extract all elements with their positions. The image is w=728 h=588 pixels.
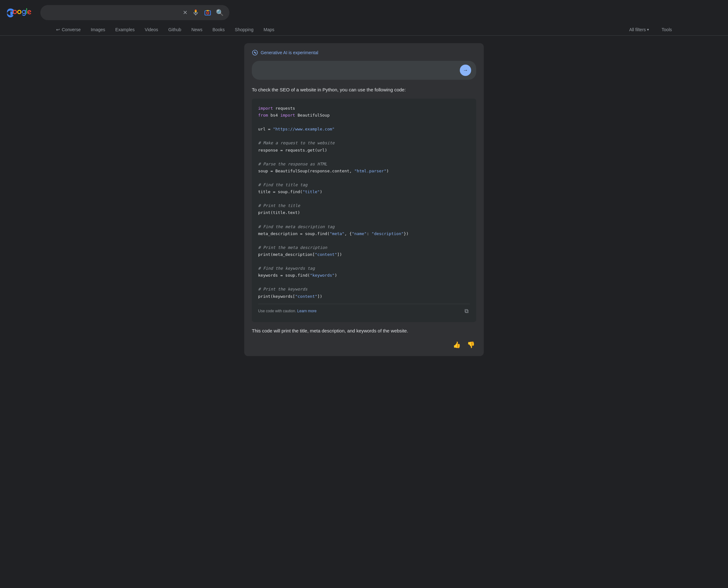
tab-videos[interactable]: Videos: [140, 24, 163, 35]
search-button[interactable]: 🔍: [215, 8, 224, 17]
mic-icon: [192, 9, 200, 16]
ai-send-button[interactable]: →: [460, 65, 471, 76]
ai-card-title: Generative AI is experimental: [261, 50, 318, 55]
send-icon: →: [463, 67, 468, 73]
code-line: soup = BeautifulSoup(response.content, "…: [258, 168, 470, 174]
search-icons: ✕: [182, 8, 224, 17]
code-line: keywords = soup.find("keywords"): [258, 272, 470, 279]
code-line: # Find the meta description tag: [258, 224, 470, 230]
code-line: [258, 279, 470, 286]
search-input[interactable]: python seo function: [45, 10, 180, 16]
tab-converse-label: Converse: [62, 27, 81, 32]
code-line: print(title.text): [258, 209, 470, 216]
all-filters-label: All filters: [629, 27, 646, 32]
tab-converse[interactable]: ↩ Converse: [52, 24, 85, 35]
copy-code-button[interactable]: ⧉: [463, 307, 470, 316]
code-line: meta_description = soup.find("meta", {"n…: [258, 230, 470, 237]
code-line: # Find the keywords tag: [258, 265, 470, 272]
code-line: # Print the title: [258, 202, 470, 209]
google-logo: [6, 8, 35, 17]
svg-rect-0: [205, 11, 210, 15]
code-line: from bs4 import BeautifulSoup: [258, 112, 470, 119]
thumbs-down-button[interactable]: 👎: [466, 340, 476, 350]
svg-point-1: [207, 12, 209, 14]
code-line: [258, 133, 470, 140]
tab-images[interactable]: Images: [86, 24, 110, 35]
code-line: response = requests.get(url): [258, 147, 470, 154]
tab-books-label: Books: [212, 27, 225, 32]
code-line: # Find the title tag: [258, 182, 470, 188]
main-content: Generative AI is experimental python seo…: [238, 36, 490, 371]
thumbs-down-icon: 👎: [467, 341, 475, 348]
code-caution-text: Use code with caution. Learn more: [258, 308, 316, 314]
code-line: [258, 195, 470, 202]
tab-examples[interactable]: Examples: [111, 24, 139, 35]
tab-images-label: Images: [91, 27, 105, 32]
tab-examples-label: Examples: [115, 27, 134, 32]
code-line: [258, 154, 470, 161]
ai-card-header: Generative AI is experimental: [252, 49, 476, 56]
ai-feedback: 👍 👎: [252, 340, 476, 350]
code-line: print(keywords["content"]): [258, 293, 470, 300]
voice-search-button[interactable]: [191, 8, 200, 17]
nav-tabs: ↩ Converse Images Examples Videos Github…: [0, 21, 728, 36]
code-line: [258, 258, 470, 265]
code-line: title = soup.find("title"): [258, 188, 470, 195]
code-line: # Make a request to the website: [258, 140, 470, 147]
code-line: # Parse the response as HTML: [258, 161, 470, 168]
tab-news-label: News: [191, 27, 202, 32]
svg-point-4: [254, 52, 255, 53]
code-line: # Print the meta description: [258, 244, 470, 251]
thumbs-up-button[interactable]: 👍: [452, 340, 462, 350]
tab-videos-label: Videos: [145, 27, 158, 32]
ai-icon: [252, 49, 258, 56]
copy-icon: ⧉: [464, 308, 469, 314]
tab-github-label: Github: [168, 27, 181, 32]
code-footer: Use code with caution. Learn more ⧉: [258, 304, 470, 316]
code-block: import requests from bs4 import Beautifu…: [252, 99, 476, 322]
code-line: [258, 119, 470, 126]
tab-news[interactable]: News: [187, 24, 207, 35]
search-bar[interactable]: python seo function ✕: [40, 5, 229, 20]
svg-rect-2: [206, 10, 209, 11]
chevron-down-icon: ▾: [647, 27, 649, 32]
tools-label: Tools: [662, 27, 672, 32]
tab-shopping-label: Shopping: [235, 27, 253, 32]
header: python seo function ✕: [0, 0, 728, 20]
tab-shopping[interactable]: Shopping: [230, 24, 258, 35]
code-line: [258, 216, 470, 224]
thumbs-up-icon: 👍: [453, 341, 461, 348]
nav-right: All filters ▾ Tools: [625, 25, 676, 35]
code-line: [258, 174, 470, 182]
code-line: print(meta_description["content"]): [258, 251, 470, 258]
tab-maps-label: Maps: [264, 27, 274, 32]
tools-button[interactable]: Tools: [657, 25, 676, 35]
code-line: import requests: [258, 105, 470, 112]
code-line: [258, 237, 470, 244]
ai-description: To check the SEO of a website in Python,…: [252, 86, 476, 93]
search-icon: 🔍: [216, 9, 224, 16]
learn-more-link[interactable]: Learn more: [297, 309, 316, 313]
close-icon: ✕: [183, 9, 188, 16]
tab-books[interactable]: Books: [208, 24, 229, 35]
ai-conclusion: This code will print the title, meta des…: [252, 327, 476, 335]
code-line: url = "https://www.example.com": [258, 126, 470, 133]
ai-search-input[interactable]: python seo function: [257, 68, 457, 73]
tab-github[interactable]: Github: [164, 24, 186, 35]
ai-search-box[interactable]: python seo function →: [252, 61, 476, 80]
ai-card: Generative AI is experimental python seo…: [244, 43, 484, 356]
all-filters-button[interactable]: All filters ▾: [625, 25, 653, 35]
lens-search-button[interactable]: [203, 8, 212, 17]
code-line: # Print the keywords: [258, 286, 470, 293]
lens-icon: [204, 9, 211, 16]
clear-button[interactable]: ✕: [182, 8, 188, 17]
tab-maps[interactable]: Maps: [259, 24, 278, 35]
caution-text: Use code with caution.: [258, 309, 296, 313]
converse-tab-icon: ↩: [56, 27, 60, 32]
